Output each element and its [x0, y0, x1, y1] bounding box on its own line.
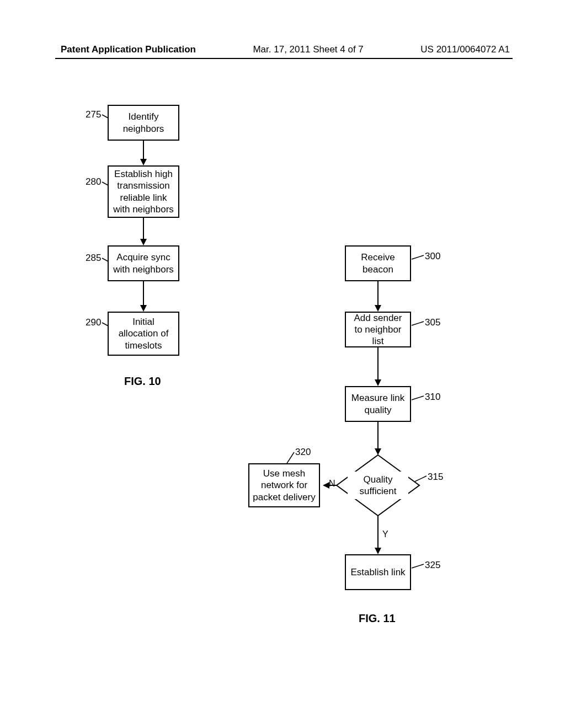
page: Patent Application Publication Mar. 17, …	[0, 0, 565, 728]
fig11-leader-325	[0, 0, 565, 728]
fig11-caption: FIG. 11	[359, 612, 396, 625]
